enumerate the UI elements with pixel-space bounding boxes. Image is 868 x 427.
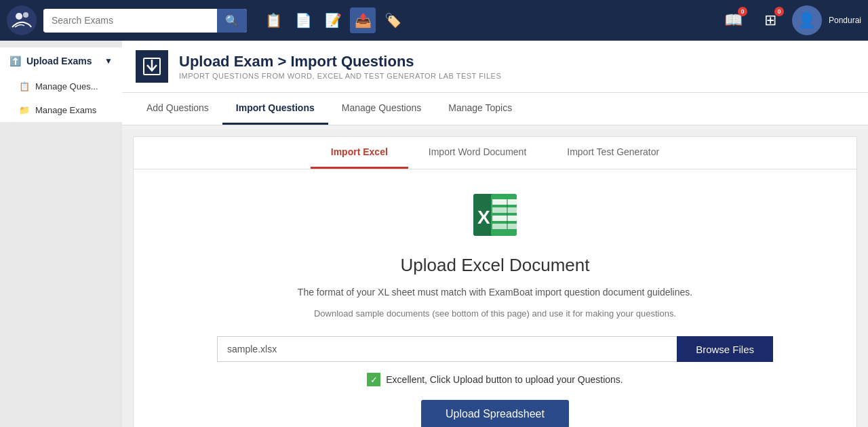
upload-exams-label: Upload Exams [26,56,92,66]
nav-icon-upload[interactable]: 📤 [350,7,376,33]
right-icons: 📖 0 ⊞ 0 👤 Pondurai [719,5,861,35]
sidebar-item-manage-ques[interactable]: 📋 Manage Ques... [0,75,122,98]
upload-description: The format of your XL sheet must match w… [298,287,692,298]
layout: ⬆️ Upload Exams ▼ 📋 Manage Ques... 📁 Man… [0,41,868,427]
nav-icons: 📋 📄 📝 📤 🏷️ [260,7,406,33]
logo[interactable] [7,5,37,35]
manage-ques-icon: 📋 [19,81,30,92]
tab-import-word[interactable]: Import Word Document [408,137,547,169]
page-header-icon [136,50,168,83]
sidebar: ⬆️ Upload Exams ▼ 📋 Manage Ques... 📁 Man… [0,41,122,427]
svg-point-1 [23,12,28,18]
inner-tabs: Import Excel Import Word Document Import… [134,137,856,169]
nav-icon-list[interactable]: 📝 [320,7,346,33]
svg-point-0 [16,13,22,20]
svg-text:X: X [477,207,490,228]
tab-import-excel[interactable]: Import Excel [311,137,408,169]
file-input-row: Browse Files [217,336,773,362]
page-title: Upload Exam > Import Questions [179,53,501,70]
topnav: 🔍 📋 📄 📝 📤 🏷️ 📖 0 ⊞ 0 👤 Pondurai [0,0,868,41]
sidebar-item-upload-exams[interactable]: ⬆️ Upload Exams ▼ [0,47,122,75]
manage-ques-label: Manage Ques... [35,81,98,92]
content-panel: Import Excel Import Word Document Import… [133,136,857,427]
file-input[interactable] [217,336,677,362]
tab-add-questions[interactable]: Add Questions [133,93,222,125]
expand-arrow-icon: ▼ [104,56,113,66]
tab-manage-topics[interactable]: Manage Topics [435,93,526,125]
svg-rect-7 [492,199,517,205]
upload-note: Download sample documents (see bottom of… [314,308,676,319]
avatar[interactable]: 👤 [792,5,822,35]
tab-import-questions[interactable]: Import Questions [222,93,328,125]
page-subtitle: IMPORT QUESTIONS FROM WORD, EXCEL AND TE… [179,72,501,80]
search-box: 🔍 [43,9,247,33]
manage-exams-label: Manage Exams [35,105,96,115]
browse-files-button[interactable]: Browse Files [677,336,773,362]
upload-exams-icon: ⬆️ [9,56,21,66]
excel-icon: X [468,190,522,244]
manage-exams-icon: 📁 [19,105,30,115]
book-icon[interactable]: 📖 0 [719,5,749,35]
nav-icon-doc[interactable]: 📄 [290,7,316,33]
svg-rect-10 [492,224,517,229]
svg-rect-8 [492,207,517,213]
success-row: ✓ Excellent, Click Upload button to uplo… [367,373,623,386]
sidebar-item-manage-exams[interactable]: 📁 Manage Exams [0,98,122,122]
main-content: Upload Exam > Import Questions IMPORT QU… [122,41,868,427]
upload-spreadsheet-button[interactable]: Upload Spreadsheet [421,400,569,427]
nav-icon-tag[interactable]: 🏷️ [380,7,406,33]
upload-area: X Upload Excel Document The format of yo… [134,169,856,427]
success-check-icon: ✓ [367,373,380,386]
page-header-text: Upload Exam > Import Questions IMPORT QU… [179,53,501,80]
search-button[interactable]: 🔍 [217,9,247,33]
username: Pondurai [829,16,861,25]
nav-icon-clipboard[interactable]: 📋 [260,7,286,33]
upload-title: Upload Excel Document [401,255,590,276]
sidebar-sub: 📋 Manage Ques... 📁 Manage Exams [0,75,122,122]
page-header: Upload Exam > Import Questions IMPORT QU… [122,41,868,93]
grid-badge: 0 [774,7,784,16]
svg-rect-9 [492,216,517,221]
tabs-bar: Add Questions Import Questions Manage Qu… [122,93,868,125]
success-message: Excellent, Click Upload button to upload… [386,374,623,385]
search-input[interactable] [43,9,217,31]
tab-import-testgen[interactable]: Import Test Generator [547,137,679,169]
tab-manage-questions[interactable]: Manage Questions [328,93,435,125]
book-badge: 0 [738,7,747,16]
grid-icon[interactable]: ⊞ 0 [755,5,785,35]
